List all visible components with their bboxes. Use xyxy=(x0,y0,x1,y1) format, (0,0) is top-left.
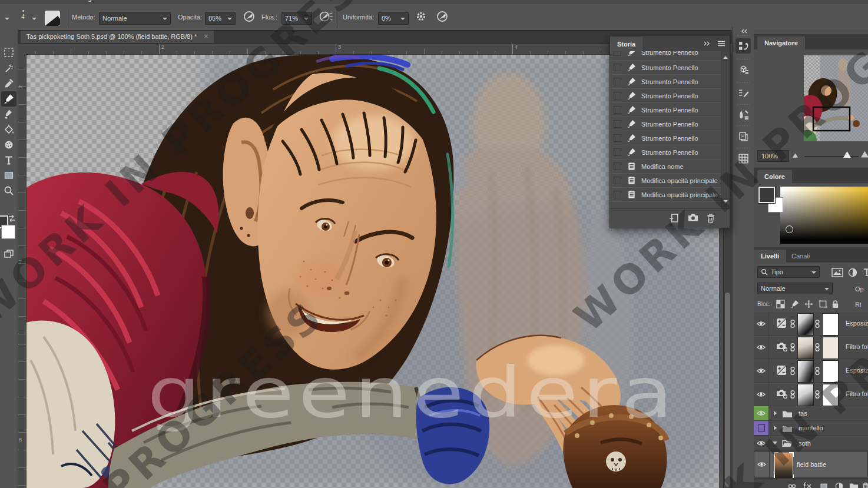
ruler-origin-corner[interactable] xyxy=(18,43,26,55)
visibility-toggle[interactable] xyxy=(754,452,770,477)
tool-eyedropper[interactable] xyxy=(1,76,16,91)
history-item[interactable]: Strumento Pennello xyxy=(610,61,723,75)
history-item[interactable]: Strumento Pennello xyxy=(610,145,723,160)
history-tab[interactable]: Storia xyxy=(610,37,642,51)
history-source-checkbox[interactable] xyxy=(614,51,621,56)
gear-icon[interactable] xyxy=(416,11,426,22)
tool-type[interactable] xyxy=(1,152,16,168)
layer-row-selected[interactable]: field battle xyxy=(754,451,868,478)
menu-aiuto[interactable]: Aiuto xyxy=(348,0,377,4)
background-color-swatch[interactable] xyxy=(1,225,15,239)
navigator-zoom-out-icon[interactable] xyxy=(793,153,798,158)
visibility-toggle[interactable] xyxy=(754,359,769,382)
layer-mask-thumbnail[interactable] xyxy=(797,384,814,406)
brush-panel-toggle[interactable] xyxy=(45,11,60,26)
pressure-size-icon[interactable] xyxy=(436,11,449,22)
layer-effects-fx-icon[interactable] xyxy=(803,482,813,488)
history-source-checkbox[interactable] xyxy=(614,120,621,128)
dock-clone-source-button[interactable] xyxy=(736,128,751,144)
airbrush-toggle-icon[interactable] xyxy=(319,11,333,22)
history-source-checkbox[interactable] xyxy=(614,177,621,184)
layer-mask-thumbnail[interactable] xyxy=(822,384,839,406)
history-item[interactable]: Strumento Pennello xyxy=(610,75,723,89)
history-item[interactable]: Modifica opacità principale xyxy=(610,174,723,188)
layers-tab[interactable]: Livelli xyxy=(754,250,786,263)
visibility-toggle[interactable] xyxy=(754,406,769,420)
add-mask-icon[interactable] xyxy=(820,482,828,488)
layer-blend-mode-select[interactable]: Normale xyxy=(757,283,833,294)
swap-colors-icon[interactable] xyxy=(7,214,16,223)
dock-3d-button[interactable] xyxy=(736,62,751,77)
blend-mode-select[interactable]: Normale xyxy=(99,12,171,25)
visibility-toggle[interactable] xyxy=(754,383,769,406)
history-source-checkbox[interactable] xyxy=(614,162,621,170)
layer-group-row[interactable]: tas xyxy=(754,406,868,421)
lock-position-icon[interactable] xyxy=(804,300,813,308)
layer-group-row[interactable]: soth xyxy=(754,436,868,451)
layer-thumbnail[interactable] xyxy=(774,453,793,479)
delete-state-trash-icon[interactable] xyxy=(707,213,715,223)
history-source-checkbox[interactable] xyxy=(614,134,621,142)
layer-row[interactable]: Esposizio xyxy=(754,312,868,336)
delete-layer-icon[interactable] xyxy=(862,482,868,488)
menu-visualizza[interactable]: Visualizza xyxy=(265,0,310,4)
history-scrollbar[interactable] xyxy=(721,51,730,210)
history-source-checkbox[interactable] xyxy=(614,191,621,198)
menu-immagine[interactable]: Immagine xyxy=(64,0,108,4)
history-item[interactable]: Strumento Pennello xyxy=(610,89,723,103)
menu-file[interactable]: File xyxy=(0,0,24,4)
menu-3d[interactable]: 3D xyxy=(243,0,265,4)
dock-grid-button[interactable] xyxy=(736,151,751,166)
layer-name[interactable]: field battle xyxy=(797,461,826,468)
tool-brush-active[interactable] xyxy=(1,91,16,107)
chevron-right-icon[interactable] xyxy=(774,426,779,430)
history-source-checkbox[interactable] xyxy=(614,78,621,85)
history-item[interactable]: Strumento Pennello xyxy=(610,51,723,61)
layer-name[interactable]: soth xyxy=(799,440,811,447)
lock-all-icon[interactable] xyxy=(831,300,839,308)
color-picker-cursor[interactable] xyxy=(786,225,793,233)
new-snapshot-camera-icon[interactable] xyxy=(688,213,698,222)
screen-mode-button[interactable] xyxy=(1,246,16,261)
brush-preset-arrow-icon[interactable] xyxy=(32,18,37,22)
layer-filter-select[interactable]: Tipo xyxy=(757,266,820,278)
lock-artboard-icon[interactable] xyxy=(819,300,827,308)
menu-selezione[interactable]: Selezione xyxy=(170,0,214,4)
layer-name[interactable]: Filtro foto xyxy=(846,390,868,397)
chevron-down-icon[interactable] xyxy=(773,441,777,447)
tool-zoom[interactable] xyxy=(1,183,16,198)
dock-brush-settings-button[interactable] xyxy=(736,107,751,122)
link-layers-icon[interactable] xyxy=(788,482,796,488)
scroll-up-icon[interactable] xyxy=(723,54,728,59)
pressure-opacity-icon[interactable] xyxy=(243,11,256,22)
filter-type-icon[interactable] xyxy=(862,267,868,277)
navigator-tab[interactable]: Navigatore xyxy=(757,36,805,49)
layer-row[interactable]: Filtro foto xyxy=(754,336,868,359)
navigator-thumbnail[interactable] xyxy=(804,55,868,141)
menu-testo[interactable]: Testo xyxy=(141,0,171,4)
menu-livello[interactable]: Livello xyxy=(108,0,141,4)
foreground-color-swatch[interactable] xyxy=(758,187,775,203)
lock-transparency-icon[interactable] xyxy=(776,300,785,308)
color-tab[interactable]: Colore xyxy=(757,170,792,183)
photo-filter-adjustment-icon[interactable] xyxy=(776,342,788,351)
scrollbar-thumb[interactable] xyxy=(725,293,730,487)
visibility-toggle[interactable] xyxy=(754,312,769,335)
tool-mixer-brush[interactable] xyxy=(1,107,16,122)
history-source-checkbox[interactable] xyxy=(614,106,621,114)
tool-marquee[interactable] xyxy=(1,45,16,60)
dock-history-button[interactable] xyxy=(736,38,751,54)
history-source-checkbox[interactable] xyxy=(614,148,621,156)
panel-collapse-icon[interactable] xyxy=(703,41,710,46)
history-item[interactable]: Strumento Pennello xyxy=(610,131,723,145)
chevron-right-icon[interactable] xyxy=(774,411,779,416)
history-item[interactable]: Modifica opacità principale xyxy=(610,188,723,202)
layer-name[interactable]: Filtro foto xyxy=(846,343,868,350)
collapse-panels-icon[interactable] xyxy=(741,29,748,34)
menu-finestra[interactable]: Finestra xyxy=(310,0,348,4)
visibility-toggle[interactable] xyxy=(754,436,769,450)
smoothing-select[interactable]: 0% xyxy=(378,12,409,25)
scroll-down-icon[interactable] xyxy=(723,200,728,205)
history-item[interactable]: Strumento Pennello xyxy=(610,103,723,117)
layer-mask-thumbnail[interactable] xyxy=(797,337,814,359)
